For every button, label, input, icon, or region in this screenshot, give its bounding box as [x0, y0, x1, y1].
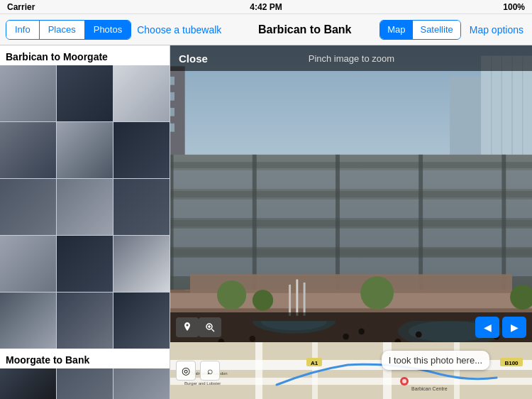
svg-rect-30 [170, 191, 532, 197]
list-item[interactable] [57, 236, 113, 292]
svg-rect-39 [419, 155, 423, 290]
next-photo-button[interactable]: ▶ [502, 317, 526, 338]
svg-text:A1: A1 [311, 360, 318, 366]
tab-places[interactable]: Places [40, 21, 85, 39]
svg-rect-78 [255, 342, 262, 399]
svg-rect-31 [170, 200, 532, 218]
svg-rect-55 [304, 283, 306, 316]
pinch-hint: Pinch image to zoom [309, 53, 394, 64]
section1-header: Barbican to Moorgate [0, 45, 170, 65]
list-item[interactable] [113, 236, 170, 292]
list-item[interactable] [0, 179, 56, 235]
nav-title: Barbican to Bank [258, 23, 352, 35]
svg-rect-14 [170, 77, 174, 85]
map-options-button[interactable]: Map options [467, 24, 526, 35]
list-item[interactable] [57, 179, 113, 235]
svg-rect-35 [170, 258, 532, 276]
svg-rect-40 [501, 155, 506, 290]
nav-center: Barbican to Bank [233, 23, 377, 36]
zoom-icon [204, 322, 216, 333]
location-button[interactable]: ◎ [176, 361, 196, 381]
battery-label: 100% [503, 2, 525, 12]
close-button[interactable]: Close [179, 53, 208, 65]
svg-rect-34 [170, 249, 532, 256]
zoom-button[interactable] [199, 317, 221, 337]
tab-photos[interactable]: Photos [85, 21, 131, 39]
list-item[interactable] [113, 368, 170, 399]
list-item[interactable] [0, 236, 56, 292]
svg-rect-37 [253, 155, 257, 290]
map-tooltip: I took this photo here... [382, 351, 489, 370]
close-bar: Close Pinch image to zoom [170, 45, 532, 71]
list-item[interactable] [0, 368, 56, 399]
list-item[interactable] [0, 293, 56, 349]
svg-rect-54 [296, 280, 298, 316]
svg-point-49 [217, 280, 246, 310]
map-pin-icon [182, 322, 193, 333]
svg-rect-38 [336, 155, 340, 290]
svg-rect-26 [170, 124, 174, 132]
section2-photo-grid [0, 368, 170, 399]
satellite-button[interactable]: Satellite [413, 21, 460, 39]
tab-segment-control: Info Places Photos [6, 20, 131, 40]
prev-photo-button[interactable]: ◀ [475, 317, 499, 338]
svg-rect-32 [170, 220, 532, 226]
list-item[interactable] [113, 65, 170, 121]
list-item[interactable] [57, 368, 113, 399]
map-pin-button[interactable] [176, 317, 199, 337]
map-tooltip-text: I took this photo here... [389, 355, 482, 366]
list-item[interactable] [57, 122, 113, 178]
svg-rect-53 [289, 285, 291, 316]
svg-rect-36 [170, 155, 174, 290]
svg-rect-22 [170, 108, 174, 116]
mini-map[interactable]: A1 B100 Barbican Centre Malmaison London… [170, 342, 532, 399]
svg-point-50 [253, 290, 273, 310]
map-button[interactable]: Map [380, 21, 413, 39]
svg-rect-33 [170, 229, 532, 247]
svg-rect-29 [170, 170, 532, 189]
svg-point-51 [360, 276, 394, 310]
time-label: 4:42 PM [250, 2, 282, 12]
list-item[interactable] [57, 293, 113, 349]
list-item[interactable] [113, 122, 170, 178]
nav-bar: Info Places Photos Choose a tubewalk Bar… [0, 14, 532, 45]
svg-text:Burger and Lobster: Burger and Lobster [184, 381, 221, 386]
bottom-bar: ◀ ▶ A1 [170, 312, 532, 399]
svg-rect-18 [170, 92, 174, 101]
search-map-button[interactable]: ⌕ [200, 361, 220, 381]
main-content: Barbican to Moorgate Moorgate to Bank [0, 45, 532, 399]
status-bar: Carrier 4:42 PM 100% [0, 0, 532, 14]
list-item[interactable] [0, 65, 56, 121]
list-item[interactable] [113, 293, 170, 349]
svg-rect-28 [170, 162, 532, 168]
svg-point-87 [402, 379, 406, 383]
right-panel: Close Pinch image to zoom [170, 45, 532, 399]
section2-header: Moorgate to Bank [0, 349, 170, 368]
tab-info[interactable]: Info [6, 21, 40, 39]
left-panel[interactable]: Barbican to Moorgate Moorgate to Bank [0, 45, 170, 399]
svg-text:Barbican Centre: Barbican Centre [411, 386, 448, 391]
list-item[interactable] [0, 122, 56, 178]
section1-photo-grid [0, 65, 170, 349]
svg-line-72 [212, 329, 215, 332]
svg-text:B100: B100 [504, 360, 519, 366]
list-item[interactable] [113, 179, 170, 235]
choose-tubewalk-button[interactable]: Choose a tubewalk [134, 24, 224, 35]
image-controls: ◀ ▶ [170, 312, 532, 342]
map-satellite-control: Map Satellite [379, 20, 461, 40]
carrier-label: Carrier [7, 2, 35, 12]
list-item[interactable] [57, 65, 113, 121]
